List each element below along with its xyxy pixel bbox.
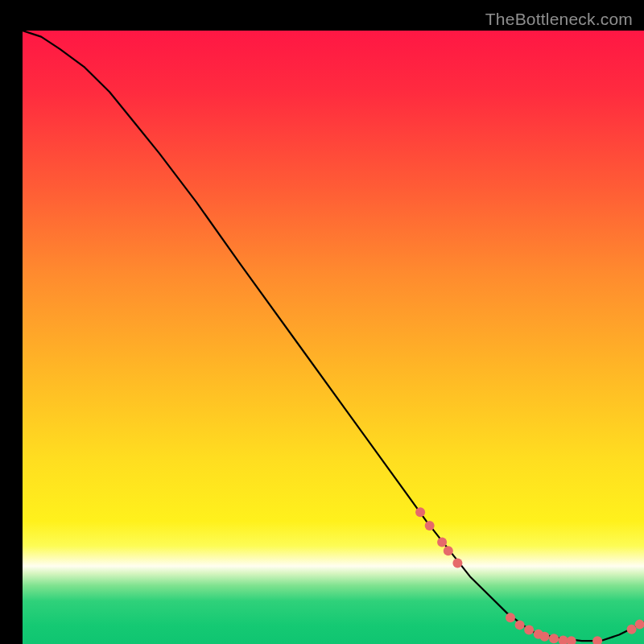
data-marker bbox=[539, 632, 549, 642]
data-marker bbox=[506, 613, 515, 622]
data-marker bbox=[549, 634, 559, 643]
chart-svg bbox=[23, 31, 644, 644]
data-marker bbox=[515, 620, 525, 630]
chart-plot-area bbox=[23, 31, 644, 644]
data-marker bbox=[425, 521, 435, 530]
data-marker bbox=[452, 558, 462, 568]
data-marker bbox=[524, 625, 534, 634]
data-marker bbox=[627, 625, 637, 634]
chart-frame: TheBottleneck.com bbox=[11, 11, 633, 633]
data-marker bbox=[415, 507, 425, 517]
data-marker bbox=[444, 546, 453, 555]
data-marker bbox=[437, 538, 447, 547]
watermark-text: TheBottleneck.com bbox=[485, 10, 633, 29]
gradient-background bbox=[23, 31, 644, 644]
